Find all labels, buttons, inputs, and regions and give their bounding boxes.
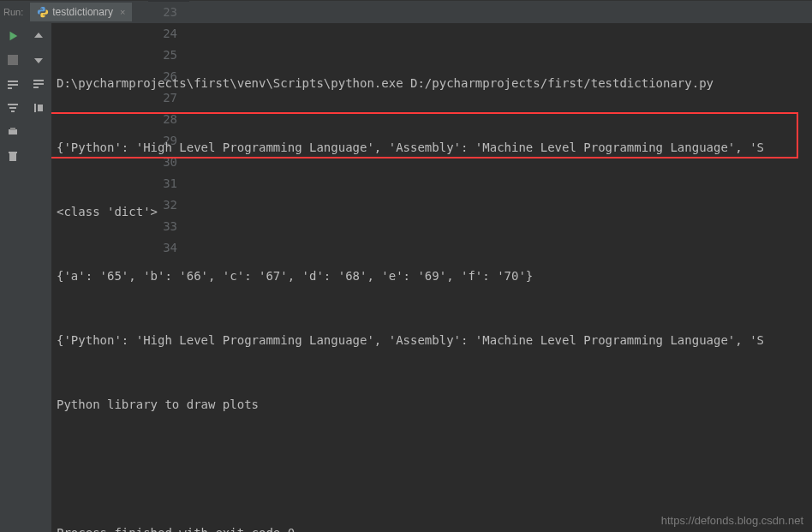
scroll-down-button[interactable] bbox=[31, 52, 46, 68]
svg-rect-9 bbox=[9, 153, 16, 161]
run-label: Run: bbox=[0, 7, 30, 17]
svg-rect-11 bbox=[33, 80, 44, 81]
svg-rect-15 bbox=[38, 105, 43, 111]
run-toolbar-right bbox=[26, 23, 51, 532]
run-tab-label: testdictionary bbox=[52, 6, 113, 18]
svg-rect-14 bbox=[34, 104, 36, 112]
console-line: {'Python': 'High Level Programming Langu… bbox=[57, 137, 807, 158]
run-tab-bar: Run: testdictionary × bbox=[0, 1, 812, 23]
run-tab[interactable]: testdictionary × bbox=[30, 3, 132, 21]
console-output[interactable]: D:\pycharmprojects\first\venv\Scripts\py… bbox=[51, 23, 812, 532]
watermark-text: https://defonds.blog.csdn.net bbox=[661, 514, 803, 527]
stop-button[interactable] bbox=[5, 52, 21, 68]
soft-wrap-button[interactable] bbox=[31, 76, 46, 92]
rerun-button[interactable] bbox=[5, 28, 21, 44]
line-number: 23 bbox=[148, 2, 177, 23]
svg-rect-6 bbox=[11, 111, 15, 112]
svg-rect-2 bbox=[8, 84, 18, 86]
console-line bbox=[57, 458, 807, 480]
layout-button[interactable] bbox=[5, 76, 21, 92]
line-number-gutter: 23 24 25 26 27 28 29 30 31 32 33 34 bbox=[148, 0, 189, 2]
run-toolbar-left bbox=[0, 23, 26, 532]
scroll-up-button[interactable] bbox=[31, 28, 46, 44]
run-tool-window: Run: testdictionary × bbox=[0, 0, 812, 532]
print-button[interactable] bbox=[5, 124, 21, 140]
filter-button[interactable] bbox=[5, 100, 21, 116]
close-icon[interactable]: × bbox=[120, 7, 125, 17]
console-line: {'Python': 'High Level Programming Langu… bbox=[57, 330, 807, 351]
svg-rect-8 bbox=[10, 128, 15, 130]
svg-rect-13 bbox=[33, 87, 39, 88]
console-line: D:\pycharmprojects\first\venv\Scripts\py… bbox=[57, 73, 807, 94]
console-line: {'a': '65', 'b': '66', 'c': '67', 'd': '… bbox=[57, 266, 807, 287]
code-area[interactable]: # create and initialize a dictionary myD… bbox=[189, 0, 812, 2]
svg-rect-4 bbox=[8, 104, 18, 105]
scroll-to-end-button[interactable] bbox=[31, 100, 46, 116]
console-line: Python library to draw plots bbox=[57, 394, 807, 415]
svg-rect-12 bbox=[33, 83, 44, 85]
svg-rect-1 bbox=[8, 81, 18, 82]
console-line: <class 'dict'> bbox=[57, 201, 807, 223]
svg-rect-5 bbox=[9, 107, 16, 109]
svg-rect-3 bbox=[8, 87, 12, 89]
python-file-icon bbox=[37, 6, 49, 18]
svg-rect-10 bbox=[9, 152, 17, 153]
svg-rect-0 bbox=[8, 55, 18, 65]
delete-button[interactable] bbox=[5, 148, 21, 164]
